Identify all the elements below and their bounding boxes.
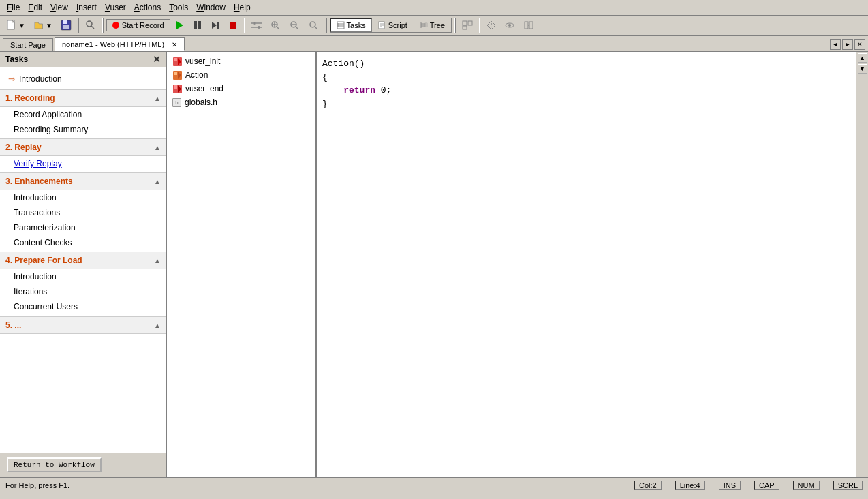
svg-line-27: [315, 27, 317, 29]
status-scrl: SCRL: [833, 481, 863, 490]
code-editor[interactable]: Action() { return 0; }: [317, 52, 856, 477]
task-content-checks[interactable]: Content Checks: [0, 235, 166, 250]
script-view-button[interactable]: Script: [372, 18, 414, 32]
svg-marker-7: [176, 21, 183, 29]
task-intro-item[interactable]: ⇒ Introduction: [0, 70, 166, 88]
task-section-recording-header[interactable]: 1. Recording ▲: [0, 89, 166, 107]
task-enhancements-introduction[interactable]: Introduction: [0, 190, 166, 205]
task-section-collapsed-header[interactable]: 5. ... ▲: [0, 316, 166, 334]
svg-rect-44: [463, 26, 467, 29]
pause-button[interactable]: [189, 18, 206, 32]
status-cap: CAP: [754, 481, 779, 490]
status-num: NUM: [793, 481, 820, 490]
toolbar: ▼ ▼ Start Record: [0, 16, 868, 36]
tab-navigation: ◄ ► ✕: [830, 39, 865, 51]
task-recording-summary[interactable]: Recording Summary: [0, 122, 166, 137]
menu-actions[interactable]: Actions: [130, 1, 165, 14]
stop-button[interactable]: [225, 18, 241, 32]
task-section-replay-header[interactable]: 2. Replay ▲: [0, 138, 166, 156]
task-iterations[interactable]: Iterations: [0, 284, 166, 299]
replay-chevron-icon: ▲: [154, 144, 161, 151]
recording-chevron-icon: ▲: [154, 95, 161, 102]
tab-start-page[interactable]: Start Page: [3, 38, 53, 51]
file-item-globals-h[interactable]: h globals.h: [167, 95, 315, 109]
prepare-chevron-icon: ▲: [154, 257, 161, 264]
menu-window[interactable]: Window: [192, 1, 230, 14]
start-record-button[interactable]: Start Record: [106, 19, 170, 31]
tasks-panel-header: Tasks ✕: [0, 52, 166, 67]
toolbar-btn-1[interactable]: [459, 18, 476, 32]
task-record-application[interactable]: Record Application: [0, 107, 166, 122]
globals-h-icon: h: [172, 98, 181, 107]
save-button[interactable]: [57, 18, 75, 33]
zoom-in-button[interactable]: [267, 18, 285, 32]
code-line-4: }: [322, 97, 850, 111]
tab-main[interactable]: noname1 - Web (HTTP/HTML) ✕: [55, 37, 185, 51]
task-section-collapsed: 5. ... ▲: [0, 316, 166, 334]
right-btn-down[interactable]: ▼: [858, 64, 867, 74]
svg-point-14: [258, 26, 260, 29]
menu-vuser[interactable]: Vuser: [101, 1, 130, 14]
vuser-end-icon: [172, 84, 182, 93]
return-workflow-button[interactable]: Return to Workflow: [7, 457, 102, 472]
menu-view[interactable]: View: [46, 1, 72, 14]
menu-tools[interactable]: Tools: [165, 1, 192, 14]
step-button[interactable]: [207, 18, 223, 32]
toolbar-btn-2[interactable]: [483, 18, 499, 32]
file-item-action[interactable]: Action: [167, 68, 315, 82]
svg-marker-10: [212, 22, 217, 29]
tasks-panel-close-button[interactable]: ✕: [153, 55, 161, 64]
svg-rect-41: [425, 25, 427, 27]
magnify-button[interactable]: [305, 18, 323, 32]
enhancements-chevron-icon: ▲: [154, 178, 161, 185]
menu-file[interactable]: File: [3, 1, 24, 14]
svg-rect-12: [230, 22, 236, 29]
tasks-label: Tasks: [347, 21, 366, 29]
svg-rect-9: [198, 21, 201, 29]
task-parameterization[interactable]: Parameterization: [0, 220, 166, 235]
new-button[interactable]: ▼: [3, 18, 29, 33]
right-btn-up[interactable]: ▲: [858, 53, 867, 63]
tab-close-all-button[interactable]: ✕: [854, 39, 865, 50]
action-icon: [172, 70, 182, 80]
task-section-replay: 2. Replay ▲ Verify Replay: [0, 138, 166, 171]
svg-point-47: [508, 24, 511, 27]
tasks-view-button[interactable]: Tasks: [330, 18, 372, 32]
svg-rect-52: [174, 58, 177, 61]
task-transactions[interactable]: Transactions: [0, 205, 166, 220]
tab-bar: Start Page noname1 - Web (HTTP/HTML) ✕ ◄…: [0, 36, 868, 52]
separator-4: [326, 18, 327, 33]
tab-prev-button[interactable]: ◄: [830, 39, 841, 50]
task-section-prepare-header[interactable]: 4. Prepare For Load ▲: [0, 252, 166, 269]
open-button[interactable]: ▼: [30, 18, 56, 33]
file-item-vuser-end[interactable]: vuser_end: [167, 82, 315, 95]
task-concurrent-users[interactable]: Concurrent Users: [0, 299, 166, 314]
svg-rect-4: [63, 25, 69, 29]
prepare-section-title: 4. Prepare For Load: [5, 256, 82, 265]
enhancements-section-title: 3. Enhancements: [5, 177, 73, 186]
svg-point-5: [87, 21, 92, 27]
svg-line-20: [277, 27, 279, 29]
separator-2: [102, 18, 104, 33]
code-line-3: return 0;: [322, 84, 850, 97]
tree-label: Tree: [430, 21, 445, 29]
task-section-enhancements-header[interactable]: 3. Enhancements ▲: [0, 172, 166, 190]
menu-edit[interactable]: Edit: [24, 1, 46, 14]
tab-close-button[interactable]: ✕: [172, 41, 177, 48]
runtime-settings-button[interactable]: [248, 18, 266, 32]
svg-line-6: [91, 26, 94, 29]
search-button[interactable]: [82, 18, 99, 33]
task-prepare-introduction[interactable]: Introduction: [0, 269, 166, 284]
status-right-section: Col:2 Line:4 INS CAP NUM SCRL: [634, 481, 863, 490]
menu-insert[interactable]: Insert: [72, 1, 101, 14]
zoom-out-button[interactable]: [286, 18, 304, 32]
play-button[interactable]: [172, 18, 188, 32]
file-item-vuser-init[interactable]: vuser_init: [167, 55, 315, 68]
toolbar-btn-3[interactable]: [501, 18, 518, 32]
toolbar-btn-4[interactable]: [520, 18, 538, 32]
svg-rect-43: [468, 21, 472, 25]
tree-view-button[interactable]: Tree: [414, 18, 451, 32]
menu-help[interactable]: Help: [230, 1, 255, 14]
tab-next-button[interactable]: ►: [842, 39, 853, 50]
task-verify-replay[interactable]: Verify Replay: [0, 156, 166, 171]
